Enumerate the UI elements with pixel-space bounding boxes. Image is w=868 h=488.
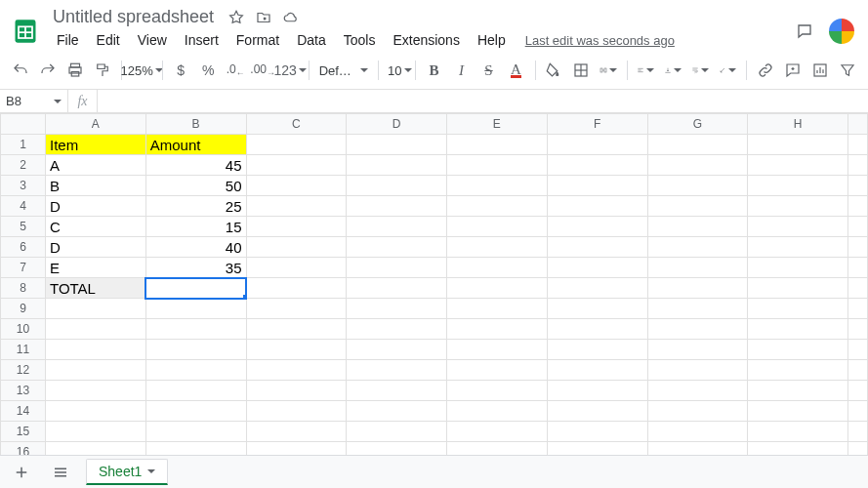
cell-F15[interactable] — [547, 422, 647, 442]
cell-E7[interactable] — [447, 258, 548, 278]
star-icon[interactable] — [227, 9, 245, 26]
cell-E14[interactable] — [447, 401, 548, 422]
cell-G11[interactable] — [647, 340, 748, 360]
cell-H15[interactable] — [748, 422, 848, 442]
cell-C5[interactable] — [246, 217, 347, 237]
cell-C12[interactable] — [246, 360, 347, 381]
cell-H8[interactable] — [748, 278, 848, 299]
cell-H5[interactable] — [748, 217, 848, 237]
cell-H11[interactable] — [748, 340, 848, 360]
cell-G16[interactable] — [647, 442, 748, 456]
cell-D15[interactable] — [347, 422, 447, 442]
cell-E5[interactable] — [447, 217, 548, 237]
comments-icon[interactable] — [796, 22, 813, 40]
cell-E11[interactable] — [447, 340, 548, 360]
cell-C10[interactable] — [246, 319, 347, 340]
cell-A10[interactable] — [46, 319, 146, 340]
italic-button[interactable]: I — [449, 58, 475, 83]
cell-F1[interactable] — [547, 135, 647, 155]
cell-A1[interactable]: Item — [46, 135, 146, 155]
cell-C15[interactable] — [246, 422, 347, 442]
cell-G10[interactable] — [647, 319, 748, 340]
cell-B8[interactable] — [145, 278, 246, 299]
cell-B7[interactable]: 35 — [145, 258, 246, 278]
row-header-16[interactable]: 16 — [1, 442, 46, 456]
select-all-corner[interactable] — [1, 114, 46, 135]
fill-color-button[interactable] — [541, 58, 566, 83]
cell-B12[interactable] — [145, 360, 246, 381]
cell-F6[interactable] — [547, 237, 647, 258]
merge-cells-dropdown[interactable] — [596, 58, 621, 83]
paint-format-button[interactable] — [90, 58, 115, 83]
row-header-13[interactable]: 13 — [1, 381, 46, 401]
cell-D7[interactable] — [347, 258, 447, 278]
cell-E3[interactable] — [447, 176, 548, 196]
cell-A15[interactable] — [46, 422, 146, 442]
cell-F10[interactable] — [547, 319, 647, 340]
increase-decimal-button[interactable]: .00→ — [250, 58, 275, 83]
cell-D2[interactable] — [347, 155, 447, 176]
cell-C8[interactable] — [246, 278, 347, 299]
last-edit-link[interactable]: Last edit was seconds ago — [525, 33, 675, 48]
column-header-F[interactable]: F — [547, 114, 647, 135]
row-header-7[interactable]: 7 — [1, 258, 46, 278]
cell-F9[interactable] — [547, 299, 647, 319]
cell-H6[interactable] — [748, 237, 848, 258]
menu-tools[interactable]: Tools — [336, 28, 384, 52]
cell-A16[interactable] — [46, 442, 146, 456]
cell-B5[interactable]: 15 — [145, 217, 246, 237]
cell-H10[interactable] — [748, 319, 848, 340]
cell-C7[interactable] — [246, 258, 347, 278]
strikethrough-button[interactable]: S — [476, 58, 502, 83]
cell-A3[interactable]: B — [46, 176, 146, 196]
cell-A13[interactable] — [46, 381, 146, 401]
cell-B16[interactable] — [145, 442, 246, 456]
cell-B1[interactable]: Amount — [145, 135, 246, 155]
formula-input[interactable] — [98, 90, 868, 112]
cell-E10[interactable] — [447, 319, 548, 340]
cell-E12[interactable] — [447, 360, 548, 381]
cell-F8[interactable] — [547, 278, 647, 299]
cell-B10[interactable] — [145, 319, 246, 340]
cell-G15[interactable] — [647, 422, 748, 442]
cell-F4[interactable] — [547, 196, 647, 217]
sheet-tab-active[interactable]: Sheet1 — [86, 459, 168, 485]
cell-C9[interactable] — [246, 299, 347, 319]
cell-D6[interactable] — [347, 237, 447, 258]
horizontal-align-dropdown[interactable] — [633, 58, 658, 83]
menu-extensions[interactable]: Extensions — [385, 28, 467, 52]
column-header-E[interactable]: E — [447, 114, 548, 135]
menu-data[interactable]: Data — [289, 28, 334, 52]
cell-F3[interactable] — [547, 176, 647, 196]
column-header-C[interactable]: C — [246, 114, 347, 135]
cell-D10[interactable] — [347, 319, 447, 340]
decrease-decimal-button[interactable]: .0← — [223, 58, 248, 83]
cell-A9[interactable] — [46, 299, 146, 319]
cell-A5[interactable]: C — [46, 217, 146, 237]
cell-F7[interactable] — [547, 258, 647, 278]
menu-file[interactable]: File — [49, 28, 87, 52]
cell-C4[interactable] — [246, 196, 347, 217]
cell-G8[interactable] — [647, 278, 748, 299]
cell-F5[interactable] — [547, 217, 647, 237]
cell-F2[interactable] — [547, 155, 647, 176]
cell-F16[interactable] — [547, 442, 647, 456]
cell-E9[interactable] — [447, 299, 548, 319]
zoom-dropdown[interactable]: 125% — [127, 58, 155, 83]
cell-E16[interactable] — [447, 442, 548, 456]
cell-D1[interactable] — [347, 135, 447, 155]
document-title[interactable]: Untitled spreadsheet — [49, 6, 218, 28]
cell-H4[interactable] — [748, 196, 848, 217]
column-header-B[interactable]: B — [145, 114, 246, 135]
cell-H12[interactable] — [748, 360, 848, 381]
cell-A11[interactable] — [46, 340, 146, 360]
row-header-12[interactable]: 12 — [1, 360, 46, 381]
cell-D11[interactable] — [347, 340, 447, 360]
cell-D14[interactable] — [347, 401, 447, 422]
cell-E6[interactable] — [447, 237, 548, 258]
cell-E2[interactable] — [447, 155, 548, 176]
filter-button[interactable] — [835, 58, 860, 83]
cell-H16[interactable] — [748, 442, 848, 456]
cell-G5[interactable] — [647, 217, 748, 237]
cell-H7[interactable] — [748, 258, 848, 278]
